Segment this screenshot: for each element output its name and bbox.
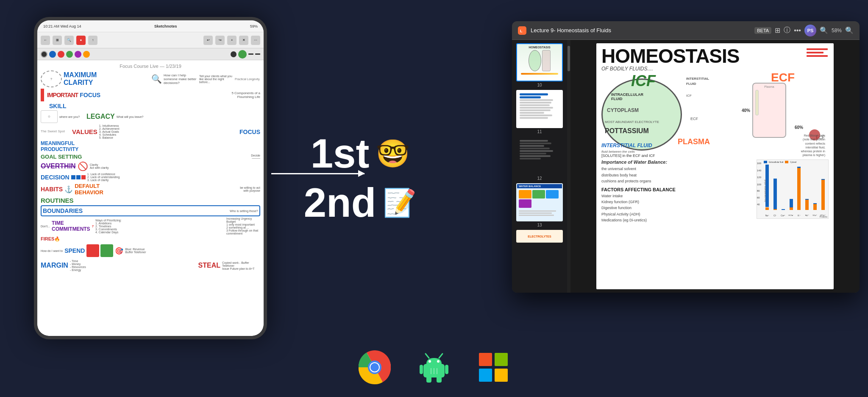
ipad-frame: 10:21 AM Wed Aug 14 Sketchnotes 59% ← ⊞ … — [34, 17, 267, 339]
sketch-values-list: 1. Intuitiveness2. Achievement3. Actual … — [99, 124, 238, 139]
svg-line-9 — [426, 354, 429, 358]
svg-rect-19 — [495, 353, 508, 366]
factors-title: FACTORS AFFECTING BALANCE — [601, 187, 752, 192]
sketch-margin: MARGIN — [41, 262, 68, 269]
grid-view-icon[interactable]: ⊞ — [775, 26, 780, 34]
sketch-values: VALUES — [72, 128, 97, 135]
thumbnail-electrolytes[interactable]: ELECTROLYTES — [515, 230, 565, 243]
close-btn[interactable]: ✕ — [239, 36, 248, 45]
forty-pct: 40% — [742, 108, 750, 113]
color-swatch-red[interactable] — [58, 51, 64, 58]
bar-mg — [804, 162, 811, 210]
window-title: Lecture 9- Homeostasis of Fluids — [531, 27, 750, 34]
sketch-meaningful: MEANINGFULPRODUCTIVITY — [41, 140, 78, 152]
ipad-statusbar: 10:21 AM Wed Aug 14 Sketchnotes 59% — [37, 20, 264, 32]
color-swatch-black[interactable] — [41, 51, 47, 58]
homeostasis-title: HOMEOSTASIS — [601, 45, 740, 67]
dot-medium — [238, 50, 247, 59]
sketch-red-bar — [41, 89, 44, 101]
sketch-side-note2: where are you? — [59, 115, 85, 118]
window-body: HOMEOSTASIS 10 — [512, 40, 860, 293]
app-window: L Lecture 9- Homeostasis of Fluids BETA … — [512, 21, 860, 293]
zoom-in-icon[interactable]: 🔍 — [845, 26, 854, 34]
scroll-thumb[interactable] — [568, 46, 570, 71]
thumb-img-12 — [516, 137, 563, 175]
info-icon[interactable]: ⓘ — [784, 26, 790, 35]
thumb-num-12: 12 — [537, 176, 542, 181]
svg-rect-13 — [426, 376, 431, 383]
page-header: HOMEOSTASIS — [601, 48, 829, 65]
color-swatch-orange[interactable] — [83, 51, 90, 58]
red-lines-deco — [807, 48, 828, 57]
color-swatch-blue[interactable] — [49, 51, 56, 58]
windows-icon — [476, 350, 510, 384]
bar-ca — [780, 162, 787, 210]
scrollbar[interactable] — [567, 40, 570, 293]
fluid-diagram: INTRACELLULARFLUID CYTOPLASM MOST ABUNDA… — [601, 74, 829, 153]
sketch-habits: HABITS — [41, 186, 63, 193]
sketch-overthink: OVERTHIN — [41, 162, 76, 170]
grid-btn[interactable]: ⊞ — [53, 36, 62, 45]
thumb-num-13: 13 — [537, 223, 542, 227]
sketch-steal: STEAL — [198, 262, 220, 269]
sketch-dont: Don't... — [41, 225, 50, 228]
main-view: HOMEOSTASIS OF BODILY FLUIDS.... — [570, 40, 860, 293]
color-swatch-purple[interactable] — [75, 51, 81, 58]
sketch-fires-note: Ways of Prioritizing:1. Ambitions2. Time… — [95, 219, 225, 234]
sketch-spend-note: Blue: RevenueBuffer Telefoner — [125, 248, 260, 254]
more-btn[interactable]: ⋯ — [251, 36, 260, 45]
zoom-percent: 58% — [832, 28, 842, 34]
bar-chart: 160 140 120 100 80 60 40 — [757, 159, 829, 219]
svg-point-8 — [437, 360, 440, 363]
icf-label-small: ICF — [686, 93, 692, 98]
share-btn[interactable]: ↑ — [88, 36, 97, 45]
svg-text:L: L — [520, 29, 523, 33]
y-axis-unit: Ion concentration mEq/L — [764, 179, 766, 202]
sketch-boundaries-note: Who is setting those? — [84, 210, 258, 212]
back-btn[interactable]: ← — [41, 36, 50, 45]
potassium-label: POTTASSIUM — [605, 127, 649, 135]
sketch-how-spend: How do I want to — [41, 249, 63, 252]
thumb-num-11: 11 — [537, 129, 542, 134]
svg-point-7 — [428, 360, 431, 363]
overflow-menu-icon[interactable]: ••• — [794, 27, 801, 34]
undo-btn[interactable]: ↩ — [203, 36, 213, 45]
sketch-decision: DECISION — [41, 174, 70, 181]
importance-item-1: the universal solvent — [601, 166, 752, 172]
ipad-battery: 59% — [250, 24, 258, 28]
sketch-decision-note: 1. Lack of confidence2. Lack of understa… — [87, 173, 260, 182]
sketch-legacy-note: What will you leave? — [117, 115, 260, 118]
importance-section: Importance of Water Balance: the univers… — [601, 159, 752, 223]
factor-1: Water intake — [601, 193, 752, 199]
sketch-skill: SKILL — [49, 103, 260, 109]
search-btn[interactable]: 🔍 — [64, 36, 74, 45]
ipad-screen: 10:21 AM Wed Aug 14 Sketchnotes 59% ← ⊞ … — [37, 20, 264, 336]
chrome-icon — [358, 350, 392, 384]
test-tube — [755, 90, 759, 115]
thumbnail-10[interactable]: HOMEOSTASIS 10 — [515, 43, 565, 87]
window-titlebar: L Lecture 9- Homeostasis of Fluids BETA … — [512, 21, 860, 40]
record-btn[interactable]: ● — [76, 36, 86, 45]
redo-btn[interactable]: ↪ — [215, 36, 225, 45]
sixty-pct: 60% — [795, 125, 803, 130]
color-swatch-green[interactable] — [66, 51, 73, 58]
sketch-grid-icons — [71, 175, 86, 179]
svg-rect-18 — [479, 353, 492, 366]
sketch-no-icon: 🚫 — [78, 161, 88, 171]
zoom-out-icon[interactable]: 🔍 — [820, 26, 828, 34]
thumbnail-13[interactable]: WATER BALANCE 13 — [515, 183, 565, 227]
sketch-time-commit: TIMECOMMITMENTS — [52, 220, 90, 232]
interstitial-big-label: INTERSTITIAL FLUID — [601, 143, 652, 148]
rank-2-emoji: 📝 — [383, 187, 417, 219]
bars-container — [764, 162, 826, 210]
sketch-margin-items: - Time- Money- Resources- Energy — [70, 260, 197, 271]
rank-2-item: 2nd 📝 — [304, 182, 417, 223]
factor-3: Digestive function — [601, 205, 752, 211]
plasma-area: Plasma — [752, 83, 786, 138]
add-btn[interactable]: + — [227, 36, 236, 45]
thumbnail-12[interactable]: 12 — [515, 137, 565, 181]
thumbnail-11[interactable]: 11 — [515, 90, 565, 134]
sketch-sweet-spot: The Sweet Spot — [41, 129, 70, 134]
rank-1-emoji: 🤓 — [376, 138, 410, 170]
user-avatar[interactable]: PS — [804, 25, 816, 36]
